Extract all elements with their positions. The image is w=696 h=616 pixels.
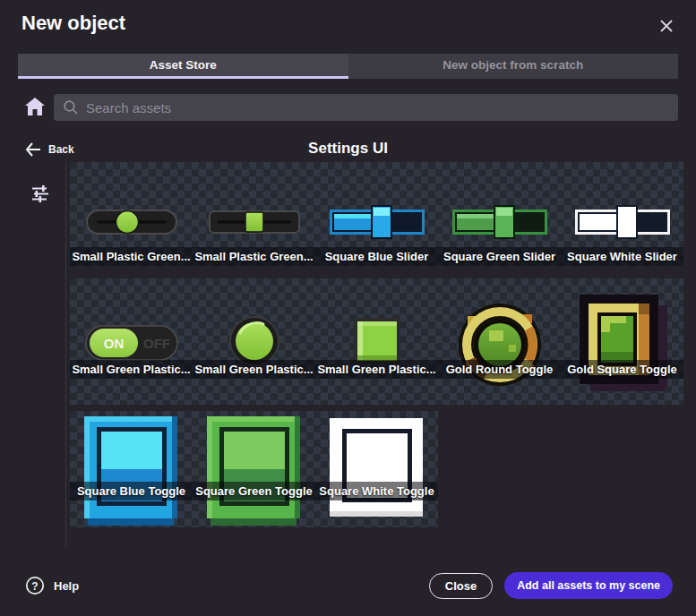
arrow-left-icon — [25, 142, 41, 157]
filter-tune-icon — [29, 182, 52, 205]
help-label: Help — [54, 579, 79, 593]
pack-title: Settings UI — [0, 140, 696, 158]
asset-tile-small-green-plastic-square-button[interactable]: Small Green Plastic... — [315, 278, 438, 405]
asset-label: Square White Toggle — [315, 482, 438, 500]
asset-label: Small Plastic Green... — [70, 247, 193, 266]
asset-label: Square Blue Toggle — [70, 482, 193, 500]
content-divider-line — [65, 163, 66, 547]
asset-label: Small Plastic Green... — [193, 247, 315, 266]
tab-bar: Asset Store New object from scratch — [18, 54, 678, 79]
tab-asset-store[interactable]: Asset Store — [18, 54, 348, 79]
asset-label: Square Green Slider — [438, 247, 561, 266]
asset-tile-square-green-toggle[interactable]: Square Green Toggle — [193, 411, 315, 527]
square-button-thumbnail — [354, 318, 400, 364]
add-all-assets-button[interactable]: Add all assets to my scene — [504, 572, 673, 599]
dialog-title: New object — [21, 12, 125, 35]
toggle-on-text: ON — [103, 336, 124, 351]
svg-text:?: ? — [31, 580, 38, 593]
footer-actions: Close Add all assets to my scene — [429, 572, 673, 599]
asset-label: Small Green Plastic... — [315, 360, 438, 379]
search-box — [54, 94, 678, 121]
close-dialog-button[interactable] — [657, 16, 676, 36]
asset-label: Square White Slider — [561, 247, 683, 266]
asset-tile-small-plastic-green-round-slider[interactable]: Small Plastic Green... — [70, 162, 193, 266]
pixel-toggle-thumbnail — [82, 415, 181, 526]
help-icon: ? — [25, 576, 45, 595]
asset-row: Small Plastic Green... Small Plastic Gre… — [70, 162, 683, 266]
round-slider-thumbnail — [86, 210, 177, 235]
back-button[interactable]: Back — [25, 140, 74, 159]
search-input[interactable] — [54, 94, 678, 121]
asset-label: Square Blue Slider — [315, 247, 438, 266]
asset-tile-square-blue-toggle[interactable]: Square Blue Toggle — [70, 411, 193, 527]
filter-button[interactable] — [27, 181, 54, 208]
search-icon — [63, 99, 79, 116]
pixel-toggle-thumbnail — [328, 416, 426, 517]
asset-label: Square Green Toggle — [193, 482, 315, 500]
home-button[interactable] — [23, 96, 47, 119]
asset-row: ON OFF Small Green Plastic... Small Gree… — [70, 278, 683, 405]
asset-tile-square-blue-slider[interactable]: Square Blue Slider — [315, 162, 438, 266]
tab-new-object-from-scratch[interactable]: New object from scratch — [348, 54, 679, 79]
asset-tile-square-white-toggle[interactable]: Square White Toggle — [315, 411, 438, 527]
close-button[interactable]: Close — [429, 573, 493, 599]
asset-tile-gold-round-toggle[interactable]: Gold Round Toggle — [438, 278, 561, 405]
new-object-dialog: New object Asset Store New object from s… — [0, 0, 696, 616]
pixel-toggle-thumbnail — [205, 415, 304, 526]
asset-tile-square-white-slider[interactable]: Square White Slider — [561, 162, 683, 266]
asset-tile-small-plastic-green-square-slider[interactable]: Small Plastic Green... — [193, 162, 315, 266]
toggle-off-text: OFF — [143, 336, 170, 351]
asset-label: Gold Square Toggle — [561, 360, 683, 379]
asset-label: Gold Round Toggle — [438, 360, 561, 379]
asset-tile-square-green-slider[interactable]: Square Green Slider — [438, 162, 561, 266]
asset-tile-gold-square-toggle[interactable]: Gold Square Toggle — [561, 278, 683, 405]
help-button[interactable]: ? Help — [25, 576, 79, 595]
pixel-slider-thumbnail — [452, 205, 547, 239]
pixel-slider-thumbnail — [330, 205, 425, 239]
asset-tile-small-green-plastic-round-button[interactable]: Small Green Plastic... — [193, 278, 315, 405]
pixel-slider-thumbnail — [575, 205, 670, 239]
onoff-toggle-thumbnail: ON OFF — [85, 325, 178, 361]
back-label: Back — [48, 143, 74, 156]
asset-row: Square Blue Toggle Square Green Toggle — [70, 411, 438, 527]
close-icon — [659, 19, 674, 33]
asset-tile-small-green-plastic-onoff-toggle[interactable]: ON OFF Small Green Plastic... — [70, 278, 193, 405]
home-icon — [24, 96, 46, 117]
asset-label: Small Green Plastic... — [193, 360, 315, 379]
square-slider-thumbnail — [209, 210, 300, 234]
asset-label: Small Green Plastic... — [70, 360, 193, 379]
